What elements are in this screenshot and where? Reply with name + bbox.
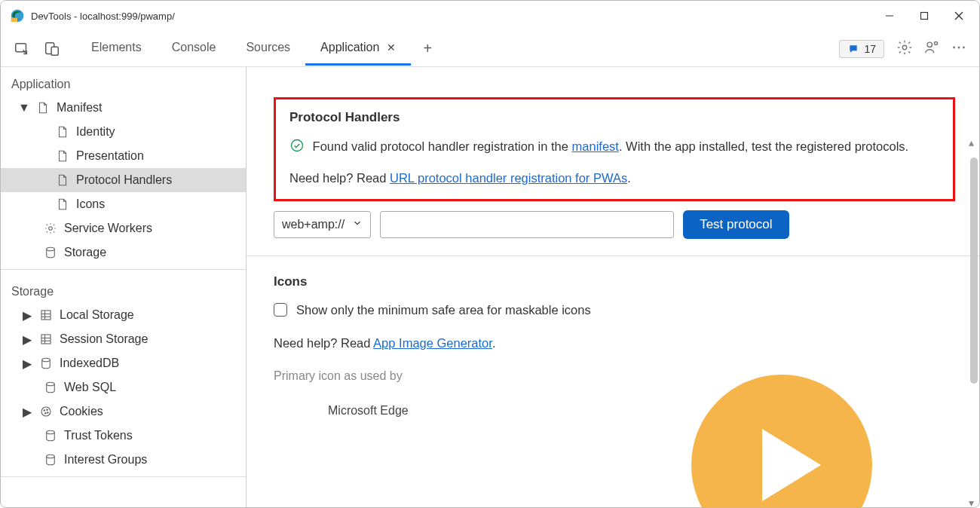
issues-badge[interactable]: 17	[839, 40, 884, 58]
sidebar-item-interest-groups[interactable]: Interest Groups	[1, 448, 246, 472]
add-tab-button[interactable]: +	[411, 40, 444, 57]
svg-rect-6	[16, 43, 26, 51]
titlebar: DevTools - localhost:999/pwamp/	[1, 1, 979, 31]
close-icon[interactable]: ✕	[387, 41, 396, 54]
svg-point-9	[902, 45, 907, 50]
chevron-right-icon: ▶	[22, 405, 32, 419]
tab-console[interactable]: Console	[157, 32, 231, 66]
tree-label: Local Storage	[60, 308, 134, 322]
protocol-handlers-help: Need help? Read URL protocol handler reg…	[289, 171, 939, 185]
divider	[1, 476, 246, 477]
document-icon	[35, 100, 51, 115]
svg-point-12	[953, 47, 955, 49]
svg-point-15	[49, 227, 53, 231]
sidebar-item-web-sql[interactable]: Web SQL	[1, 375, 246, 399]
window-title: DevTools - localhost:999/pwamp/	[31, 11, 175, 22]
protocol-input[interactable]	[380, 211, 674, 238]
tree-label: Interest Groups	[64, 453, 147, 467]
more-icon[interactable]	[951, 39, 967, 58]
protocol-select[interactable]: web+amp://	[274, 211, 371, 238]
window-controls	[872, 4, 976, 28]
status-text-post: . With the app installed, test the regis…	[619, 139, 908, 153]
maximize-button[interactable]	[907, 4, 942, 28]
sidebar-item-storage[interactable]: Storage	[1, 240, 246, 265]
protocol-select-value: web+amp://	[282, 218, 345, 231]
scrollbar-thumb[interactable]	[970, 158, 978, 384]
sidebar-item-indexeddb[interactable]: ▶ IndexedDB	[1, 351, 246, 375]
svg-marker-35	[762, 429, 821, 501]
svg-point-27	[41, 407, 51, 416]
chevron-right-icon: ▶	[22, 308, 32, 323]
checkbox-icon[interactable]	[274, 303, 287, 317]
tree-label: Cookies	[60, 405, 103, 418]
document-icon	[55, 173, 70, 188]
toolbar: Elements Console Sources Application ✕ +…	[1, 31, 979, 67]
database-icon	[43, 245, 58, 260]
tree-label: Icons	[76, 197, 105, 211]
sidebar-item-trust-tokens[interactable]: Trust Tokens	[1, 424, 246, 448]
content-pane: Protocol Handlers Found valid protocol h…	[247, 67, 979, 508]
sidebar-item-service-workers[interactable]: Service Workers	[1, 216, 246, 240]
tree-label: Storage	[64, 246, 106, 259]
chat-icon	[847, 44, 859, 54]
tree-label: Protocol Handlers	[76, 173, 172, 187]
svg-point-16	[47, 247, 55, 251]
tab-label: Sources	[246, 41, 290, 54]
svg-point-11	[934, 41, 937, 44]
chevron-right-icon: ▶	[22, 357, 32, 371]
tab-sources[interactable]: Sources	[231, 32, 305, 66]
sidebar-item-protocol-handlers[interactable]: Protocol Handlers	[1, 168, 246, 192]
grid-icon	[38, 332, 54, 347]
divider	[247, 256, 979, 256]
sidebar-item-icons[interactable]: Icons	[1, 192, 246, 216]
tree-label: Web SQL	[64, 381, 116, 394]
svg-point-14	[963, 47, 965, 49]
tab-elements[interactable]: Elements	[76, 32, 157, 66]
scroll-up-icon[interactable]: ▴	[969, 136, 978, 145]
sidebar-item-presentation[interactable]: Presentation	[1, 144, 246, 168]
tab-application[interactable]: Application ✕	[305, 32, 411, 66]
checkbox-label: Show only the minimum safe area for mask…	[296, 303, 591, 317]
icons-help-pre: Need help? Read	[274, 336, 373, 350]
document-icon	[55, 148, 70, 164]
protocol-handlers-status: Found valid protocol handler registratio…	[289, 136, 939, 158]
chevron-down-icon	[352, 218, 363, 231]
minimize-button[interactable]	[872, 4, 907, 28]
icons-help-link[interactable]: App Image Generator	[373, 336, 492, 350]
icons-help: Need help? Read App Image Generator.	[274, 332, 955, 354]
settings-icon[interactable]	[896, 39, 913, 58]
sidebar-item-manifest[interactable]: ▼ Manifest	[1, 96, 246, 120]
sidebar-item-cookies[interactable]: ▶ Cookies	[1, 399, 246, 424]
status-text-pre: Found valid protocol handler registratio…	[313, 139, 572, 153]
tree-label: Identity	[76, 125, 115, 139]
issues-count: 17	[864, 43, 876, 55]
sidebar: Application ▼ Manifest Identity Presenta…	[1, 67, 247, 508]
help-pre: Need help? Read	[289, 171, 390, 185]
sidebar-item-identity[interactable]: Identity	[1, 120, 246, 144]
inspect-icon[interactable]	[10, 37, 34, 61]
device-toggle-icon[interactable]	[40, 37, 64, 61]
sidebar-item-local-storage[interactable]: ▶ Local Storage	[1, 303, 246, 327]
svg-point-29	[47, 409, 48, 411]
chevron-down-icon: ▼	[19, 101, 29, 115]
svg-point-28	[44, 410, 45, 412]
manifest-link[interactable]: manifest	[572, 139, 619, 153]
svg-point-26	[47, 382, 55, 386]
test-protocol-button[interactable]: Test protocol	[683, 210, 789, 239]
maskable-checkbox-row[interactable]: Show only the minimum safe area for mask…	[274, 303, 955, 317]
tree-label: Manifest	[57, 101, 102, 115]
tree-label: Session Storage	[60, 332, 148, 346]
sidebar-item-session-storage[interactable]: ▶ Session Storage	[1, 327, 246, 351]
cookie-icon	[38, 404, 54, 419]
icons-help-post: .	[492, 336, 496, 350]
section-storage: Storage	[1, 274, 246, 303]
svg-point-31	[47, 412, 49, 414]
scroll-down-icon[interactable]: ▾	[969, 497, 978, 506]
svg-rect-1	[11, 18, 17, 23]
close-button[interactable]	[942, 4, 976, 28]
help-link[interactable]: URL protocol handler registration for PW…	[390, 171, 627, 185]
tab-label: Elements	[91, 41, 142, 54]
tree-label: Trust Tokens	[64, 429, 133, 442]
svg-point-25	[42, 358, 51, 362]
feedback-icon[interactable]	[923, 39, 940, 58]
